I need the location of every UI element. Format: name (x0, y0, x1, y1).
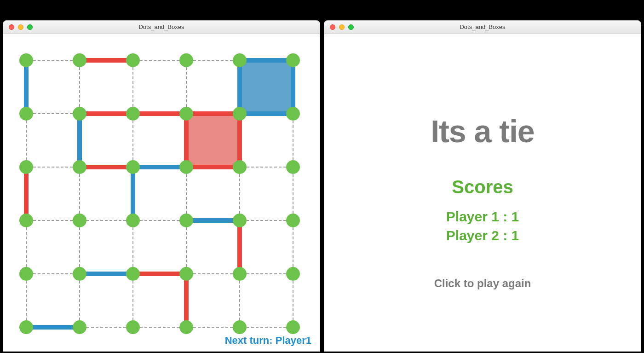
result-headline: Its a tie (431, 113, 534, 149)
edge-h-p1 (242, 58, 290, 63)
dot (286, 160, 300, 174)
edge-v-p2 (184, 277, 189, 324)
edge-h-empty[interactable] (247, 167, 286, 168)
turn-indicator: Next turn: Player1 (225, 335, 311, 347)
edge-v-p1 (24, 63, 29, 111)
edge-v-p1 (77, 116, 82, 164)
edge-h-p1 (29, 325, 77, 330)
edge-v-empty[interactable] (79, 227, 80, 267)
edge-h-empty[interactable] (33, 220, 73, 221)
edge-h-empty[interactable] (140, 220, 179, 221)
window-title: Dots_and_Boxes (324, 23, 641, 30)
edge-h-empty[interactable] (247, 327, 286, 328)
dot (233, 267, 247, 281)
dot (126, 267, 140, 281)
dot (126, 107, 140, 121)
edge-h-empty[interactable] (33, 60, 73, 61)
dot (233, 107, 247, 121)
edge-v-empty[interactable] (293, 121, 293, 160)
dot (73, 53, 86, 67)
edge-h-p1 (82, 272, 130, 276)
dot (19, 267, 33, 281)
result-wrap[interactable]: Its a tie Scores Player 1 : 1 Player 2 :… (324, 34, 641, 351)
dot (73, 214, 86, 227)
edge-v-empty[interactable] (186, 227, 187, 267)
edge-v-empty[interactable] (293, 227, 293, 267)
edge-h-empty[interactable] (140, 327, 179, 328)
edge-h-empty[interactable] (247, 220, 286, 221)
dot (179, 320, 193, 334)
edge-h-p1 (189, 218, 237, 223)
edge-h-empty[interactable] (33, 167, 73, 168)
dot (19, 107, 33, 121)
traffic-lights (3, 24, 33, 30)
edge-h-empty[interactable] (33, 273, 73, 274)
score-player1: Player 1 : 1 (446, 208, 519, 226)
zoom-icon[interactable] (27, 24, 33, 30)
edge-v-empty[interactable] (239, 281, 240, 320)
dot (73, 160, 86, 174)
scores-header: Scores (452, 177, 513, 197)
edge-h-empty[interactable] (86, 220, 126, 221)
edge-h-p2 (189, 165, 237, 169)
edge-v-empty[interactable] (132, 67, 133, 107)
edge-v-empty[interactable] (186, 67, 187, 107)
result-window: Dots_and_Boxes Its a tie Scores Player 1… (324, 20, 641, 352)
box-p2 (186, 114, 240, 167)
edge-h-empty[interactable] (86, 327, 126, 328)
titlebar[interactable]: Dots_and_Boxes (324, 21, 641, 34)
dot (126, 320, 140, 334)
edge-v-empty[interactable] (26, 227, 27, 267)
dot (19, 320, 33, 334)
edge-v-empty[interactable] (26, 121, 27, 160)
close-icon[interactable] (9, 24, 14, 30)
dot (179, 214, 193, 227)
dot (73, 320, 86, 334)
dot (179, 53, 193, 67)
edge-h-empty[interactable] (193, 327, 233, 328)
titlebar[interactable]: Dots_and_Boxes (3, 21, 320, 34)
edge-v-p2 (237, 223, 242, 271)
edge-v-empty[interactable] (79, 67, 80, 107)
game-window: Dots_and_Boxes Next turn: Player1 (3, 20, 320, 352)
edge-h-empty[interactable] (33, 113, 73, 114)
edge-h-p2 (82, 58, 130, 63)
edge-h-empty[interactable] (193, 273, 233, 274)
edge-v-empty[interactable] (26, 281, 27, 320)
edge-v-empty[interactable] (186, 174, 187, 214)
edge-v-p1 (131, 170, 135, 218)
dot (233, 160, 247, 174)
edge-h-p1 (242, 111, 290, 116)
zoom-icon[interactable] (348, 24, 354, 30)
dot (233, 320, 247, 334)
edge-v-empty[interactable] (132, 121, 133, 160)
edge-h-p2 (82, 111, 130, 116)
dot (286, 267, 300, 281)
edge-v-empty[interactable] (293, 174, 293, 214)
dot (286, 107, 300, 121)
play-again-text[interactable]: Click to play again (434, 277, 531, 290)
edge-v-p2 (237, 116, 242, 164)
dot (73, 107, 86, 121)
board[interactable] (17, 51, 302, 336)
score-player2: Player 2 : 1 (446, 226, 519, 245)
game-content: Next turn: Player1 (3, 34, 320, 351)
minimize-icon[interactable] (339, 24, 345, 30)
edge-v-p1 (237, 63, 242, 111)
edge-v-empty[interactable] (293, 281, 293, 320)
edge-h-p2 (136, 111, 184, 116)
edge-v-empty[interactable] (132, 227, 133, 267)
edge-h-p1 (136, 165, 184, 169)
edge-h-empty[interactable] (247, 273, 286, 274)
dot (19, 53, 33, 67)
edge-v-empty[interactable] (79, 174, 80, 214)
minimize-icon[interactable] (18, 24, 23, 30)
edge-v-empty[interactable] (79, 281, 80, 320)
close-icon[interactable] (330, 24, 335, 30)
edge-h-empty[interactable] (140, 60, 179, 61)
result-content[interactable]: Its a tie Scores Player 1 : 1 Player 2 :… (324, 34, 641, 351)
edge-h-p2 (82, 165, 130, 169)
edge-h-empty[interactable] (193, 60, 233, 61)
edge-v-empty[interactable] (132, 281, 133, 320)
edge-v-empty[interactable] (239, 174, 240, 214)
